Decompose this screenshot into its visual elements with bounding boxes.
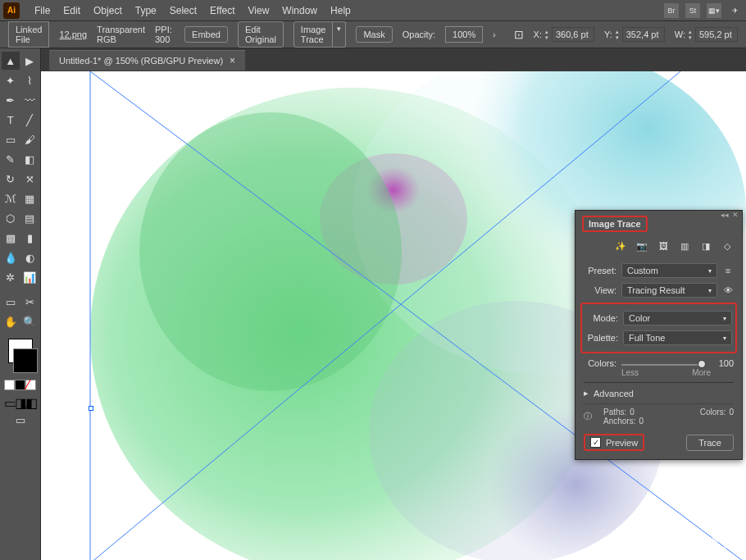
preview-checkbox[interactable]: ✓ <box>590 437 601 448</box>
paintbrush-tool[interactable]: 🖌 <box>21 130 39 148</box>
menu-select[interactable]: Select <box>163 5 203 16</box>
svg-point-5 <box>139 112 402 391</box>
pen-tool[interactable]: ✒ <box>2 91 20 109</box>
menu-file[interactable]: File <box>28 5 57 16</box>
linked-file-indicator[interactable]: Linked File <box>8 21 49 48</box>
x-label: X: <box>534 30 542 39</box>
curvature-tool[interactable]: 〰 <box>21 91 39 109</box>
slice-tool[interactable]: ✂ <box>21 293 39 311</box>
preset-auto-icon[interactable]: ✨ <box>614 240 627 252</box>
draw-normal-icon[interactable]: ▭ <box>4 395 15 406</box>
menu-window[interactable]: Window <box>275 5 324 16</box>
colors-stat-label: Colors: <box>700 407 726 426</box>
stroke-swatch[interactable] <box>13 348 38 373</box>
hand-tool[interactable]: ✋ <box>2 312 20 330</box>
control-bar: Linked File 12.png Transparent RGB PPI: … <box>0 20 746 48</box>
colors-stat-value: 0 <box>729 407 734 426</box>
menu-view[interactable]: View <box>242 5 276 16</box>
app-logo: Ai <box>3 2 20 19</box>
graph-tool[interactable]: 📊 <box>21 268 39 286</box>
toolbar: ▲▶ ✦⌇ ✒〰 T╱ ▭🖌 ✎◧ ↻⤧ ℳ▦ ⬡▤ ▩▮ 💧◐ ✲📊 ▭✂ ✋… <box>0 48 41 560</box>
lasso-tool[interactable]: ⌇ <box>21 71 39 89</box>
mesh-tool[interactable]: ▩ <box>2 229 20 247</box>
color-mode-icon[interactable] <box>4 380 15 390</box>
draw-inside-icon[interactable]: ◧ <box>25 395 36 406</box>
colors-value: 100 <box>711 358 734 368</box>
opacity-input[interactable]: 100% <box>445 26 483 43</box>
preset-photo-hf-icon[interactable]: 📷 <box>635 240 648 252</box>
free-transform-tool[interactable]: ▦ <box>21 189 39 207</box>
view-select[interactable]: Tracing Result▾ <box>621 283 717 298</box>
opacity-arrow[interactable]: › <box>493 30 495 39</box>
image-trace-dropdown[interactable]: Image Trace ▾ <box>293 21 347 48</box>
advanced-toggle[interactable]: ▸ Advanced <box>584 382 734 403</box>
width-tool[interactable]: ℳ <box>2 189 20 207</box>
line-tool[interactable]: ╱ <box>21 111 39 129</box>
eyedropper-tool[interactable]: 💧 <box>2 248 20 266</box>
draw-behind-icon[interactable]: ◨ <box>15 395 25 406</box>
y-stepper[interactable]: ▴▾ <box>616 29 619 40</box>
blend-tool[interactable]: ◐ <box>21 248 39 266</box>
y-input[interactable] <box>622 27 665 42</box>
rectangle-tool[interactable]: ▭ <box>2 130 20 148</box>
y-label: Y: <box>604 30 612 39</box>
preset-bw-icon[interactable]: ◨ <box>699 240 712 252</box>
menu-effect[interactable]: Effect <box>203 5 241 16</box>
scale-tool[interactable]: ⤧ <box>21 170 39 188</box>
shaper-tool[interactable]: ✎ <box>2 150 20 168</box>
magic-wand-tool[interactable]: ✦ <box>2 71 20 89</box>
preset-outline-icon[interactable]: ◇ <box>721 240 734 252</box>
palette-select[interactable]: Full Tone▾ <box>623 330 732 345</box>
trace-button[interactable]: Trace <box>686 435 734 451</box>
mode-select[interactable]: Color▾ <box>623 311 732 326</box>
preset-select[interactable]: Custom▾ <box>621 263 717 278</box>
preset-photo-lf-icon[interactable]: 🖼 <box>657 240 670 252</box>
document-tab[interactable]: Untitled-1* @ 150% (RGB/GPU Preview) × <box>49 50 245 71</box>
zoom-tool[interactable]: 🔍 <box>21 312 39 330</box>
artboard-tool[interactable]: ▭ <box>2 293 20 311</box>
x-stepper[interactable]: ▴▾ <box>545 29 548 40</box>
selection-handle[interactable] <box>89 406 93 411</box>
type-tool[interactable]: T <box>2 111 20 129</box>
eraser-tool[interactable]: ◧ <box>21 150 39 168</box>
chevron-right-icon: ▸ <box>584 388 589 398</box>
menu-edit[interactable]: Edit <box>57 5 87 16</box>
shape-builder-tool[interactable]: ⬡ <box>2 209 20 227</box>
menu-type[interactable]: Type <box>129 5 163 16</box>
menu-object[interactable]: Object <box>87 5 129 16</box>
bridge-icon[interactable]: Br <box>664 3 679 18</box>
colors-slider[interactable] <box>621 364 706 366</box>
filename-link[interactable]: 12.png <box>59 30 87 39</box>
anchors-value: 0 <box>639 417 644 426</box>
rotate-tool[interactable]: ↻ <box>2 170 20 188</box>
embed-button[interactable]: Embed <box>184 26 228 43</box>
watermark: AAA <box>690 533 738 556</box>
panel-title: Image Trace <box>582 216 648 232</box>
mask-button[interactable]: Mask <box>356 26 392 43</box>
transform-icon[interactable]: ⊡ <box>514 28 524 41</box>
gradient-tool[interactable]: ▮ <box>21 229 39 247</box>
w-stepper[interactable]: ▴▾ <box>689 29 692 40</box>
preset-menu-icon[interactable]: ≡ <box>722 266 734 275</box>
perspective-tool[interactable]: ▤ <box>21 209 39 227</box>
w-input[interactable] <box>695 27 738 42</box>
color-mode-label: Transparent RGB <box>97 25 145 44</box>
arrange-icon[interactable]: ▦▾ <box>707 3 721 18</box>
stock-icon[interactable]: St <box>685 3 700 18</box>
sync-icon[interactable]: ✈ <box>728 3 743 18</box>
menu-help[interactable]: Help <box>324 5 357 16</box>
gradient-mode-icon[interactable] <box>15 380 25 390</box>
view-eye-icon[interactable]: 👁 <box>722 285 734 295</box>
direct-selection-tool[interactable]: ▶ <box>21 52 39 70</box>
x-input[interactable] <box>552 27 594 42</box>
screen-mode-icon[interactable]: ▭ <box>11 411 30 429</box>
preview-highlight: ✓ Preview <box>584 434 644 451</box>
edit-original-button[interactable]: Edit Original <box>238 21 284 48</box>
tab-close-icon[interactable]: × <box>230 55 235 66</box>
image-trace-panel: ◂◂✕ Image Trace ✨ 📷 🖼 ▥ ◨ ◇ Preset: Cust… <box>575 210 743 460</box>
none-mode-icon[interactable]: ⁄ <box>25 380 36 390</box>
selection-tool[interactable]: ▲ <box>2 52 20 70</box>
preset-3color-icon[interactable]: ▥ <box>678 240 691 252</box>
symbol-sprayer-tool[interactable]: ✲ <box>2 268 20 286</box>
slider-more-label: More <box>692 368 711 377</box>
